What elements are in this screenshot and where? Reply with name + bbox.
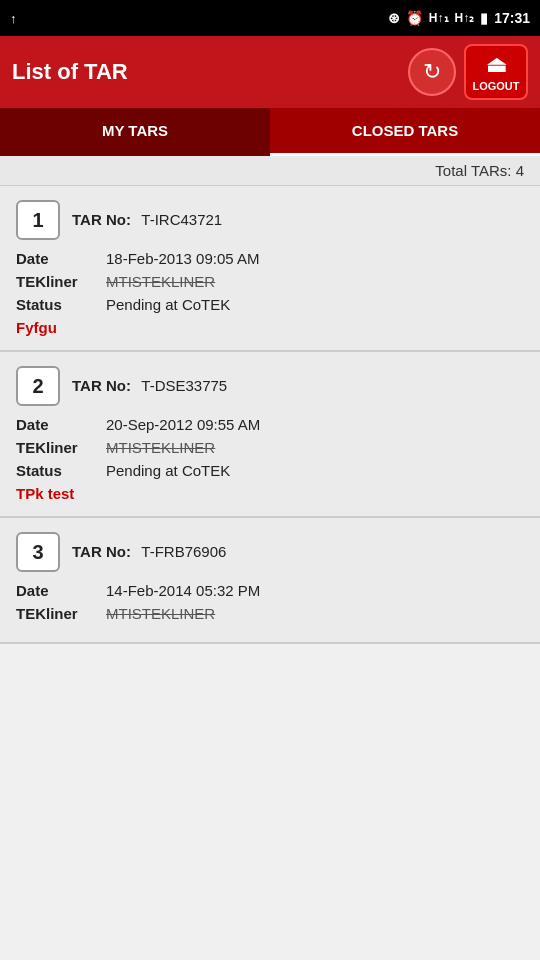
- upload-icon: ↑: [10, 11, 17, 26]
- app-header: List of TAR ↻ ⏏ LOGOUT: [0, 36, 540, 108]
- bluetooth-icon: ⊛: [388, 10, 400, 26]
- total-count: Total TARs: 4: [435, 162, 524, 179]
- time-display: 17:31: [494, 10, 530, 26]
- header-icons: ↻ ⏏ LOGOUT: [408, 44, 528, 100]
- tar-tag-2: TPk test: [16, 485, 524, 502]
- status-bar-left: ↑: [10, 11, 17, 26]
- tar-date-3: Date 14-Feb-2014 05:32 PM: [16, 582, 524, 599]
- status-bar-right: ⊛ ⏰ H↑₁ H↑₂ ▮ 17:31: [388, 10, 530, 26]
- logout-button[interactable]: ⏏ LOGOUT: [464, 44, 528, 100]
- tar-date-2: Date 20-Sep-2012 09:55 AM: [16, 416, 524, 433]
- tar-no-row-2: TAR No: T-DSE33775: [72, 377, 227, 395]
- signal2-icon: H↑₂: [455, 11, 475, 25]
- tar-card-3[interactable]: 3 TAR No: T-FRB76906 Date 14-Feb-2014 05…: [0, 518, 540, 644]
- tar-card-header-2: 2 TAR No: T-DSE33775: [16, 366, 524, 406]
- tab-closed-tars[interactable]: CLOSED TARS: [270, 108, 540, 156]
- logout-icon: ⏏: [486, 52, 507, 78]
- total-bar: Total TARs: 4: [0, 156, 540, 186]
- tar-number-badge-1: 1: [16, 200, 60, 240]
- tab-bar: MY TARS CLOSED TARS: [0, 108, 540, 156]
- tar-status-2: Status Pending at CoTEK: [16, 462, 524, 479]
- tar-card-2[interactable]: 2 TAR No: T-DSE33775 Date 20-Sep-2012 09…: [0, 352, 540, 518]
- tar-card-header-3: 3 TAR No: T-FRB76906: [16, 532, 524, 572]
- tar-tag-1: Fyfgu: [16, 319, 524, 336]
- tar-number-badge-3: 3: [16, 532, 60, 572]
- refresh-icon: ↻: [423, 59, 441, 85]
- tar-card-header-1: 1 TAR No: T-IRC43721: [16, 200, 524, 240]
- app-title: List of TAR: [12, 59, 128, 85]
- tar-status-1: Status Pending at CoTEK: [16, 296, 524, 313]
- tar-tekliner-2: TEKliner MTISTEKLINER: [16, 439, 524, 456]
- tar-tekliner-1: TEKliner MTISTEKLINER: [16, 273, 524, 290]
- status-bar: ↑ ⊛ ⏰ H↑₁ H↑₂ ▮ 17:31: [0, 0, 540, 36]
- signal-icon: H↑₁: [429, 11, 449, 25]
- logout-label: LOGOUT: [472, 80, 519, 92]
- battery-icon: ▮: [480, 10, 488, 26]
- alarm-icon: ⏰: [406, 10, 423, 26]
- tar-card-1[interactable]: 1 TAR No: T-IRC43721 Date 18-Feb-2013 09…: [0, 186, 540, 352]
- refresh-button[interactable]: ↻: [408, 48, 456, 96]
- tar-no-row-3: TAR No: T-FRB76906: [72, 543, 226, 561]
- tar-number-badge-2: 2: [16, 366, 60, 406]
- tar-no-row-1: TAR No: T-IRC43721: [72, 211, 222, 229]
- tab-my-tars[interactable]: MY TARS: [0, 108, 270, 156]
- tar-tekliner-3: TEKliner MTISTEKLINER: [16, 605, 524, 622]
- tar-list: 1 TAR No: T-IRC43721 Date 18-Feb-2013 09…: [0, 186, 540, 644]
- tar-date-1: Date 18-Feb-2013 09:05 AM: [16, 250, 524, 267]
